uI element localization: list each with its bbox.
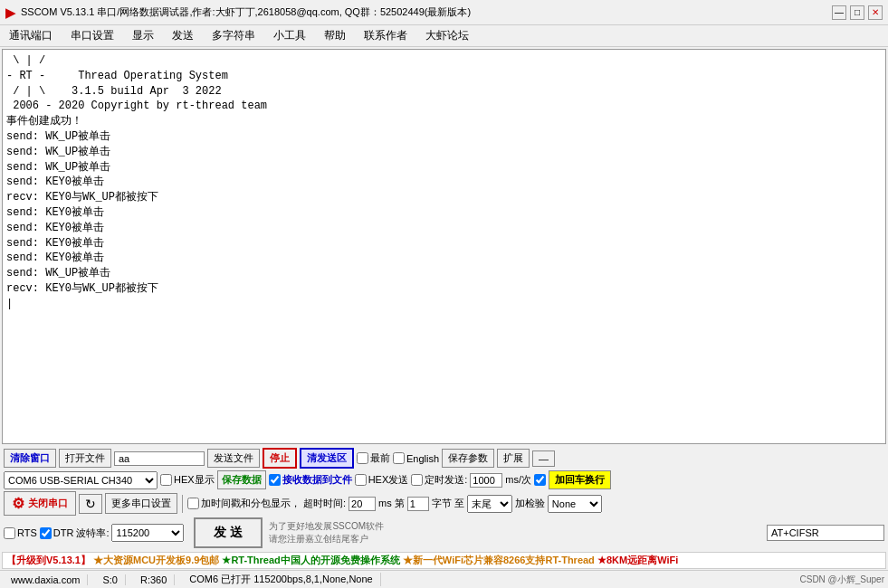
baud-select[interactable]: 115200 9600 19200 38400 57600 <box>111 524 184 542</box>
gear-icon: ⚙ <box>12 495 24 512</box>
refresh-port-button[interactable]: ↻ <box>79 494 102 514</box>
port-select[interactable]: COM6 USB-SERIAL CH340 <box>4 471 158 489</box>
menu-contact[interactable]: 联系作者 <box>358 26 413 45</box>
control-row3: ⚙ 关闭串口 ↻ 更多串口设置 加时间戳和分包显示， 超时时间: ms 第 字节… <box>4 491 884 516</box>
byte-input[interactable] <box>407 497 429 511</box>
ticker-bar: 【升级到V5.13.1】 ★大资源MCU开发板9.9包邮 ★RT-Thread中… <box>2 552 886 569</box>
dtr-checkbox[interactable] <box>40 527 52 539</box>
ticker-content1: ★大资源MCU开发板9.9包邮 <box>93 555 219 565</box>
ticker-content2: ★RT-Thread中国人的开源免费操作系统 <box>222 555 399 565</box>
ticker-upgrade: 【升级到V5.13.1】 <box>6 555 91 565</box>
save-params-button[interactable]: 保存参数 <box>442 449 494 468</box>
send-input[interactable] <box>114 451 205 466</box>
recv-to-file-label: 接收数据到文件 <box>269 473 352 487</box>
terminal-output[interactable]: \ | / - RT - Thread Operating System / |… <box>2 49 886 444</box>
checksum-select[interactable]: None <box>548 495 602 513</box>
dtr-text: DTR <box>53 527 74 538</box>
close-port-button[interactable]: ⚙ 关闭串口 <box>4 491 76 516</box>
add-cr-label <box>534 474 546 486</box>
last-label: 最前 <box>370 451 390 465</box>
english-checkbox-label: English <box>393 452 439 464</box>
send-button[interactable]: 发 送 <box>194 517 263 548</box>
rts-checkbox[interactable] <box>4 527 15 539</box>
last-checkbox[interactable] <box>357 452 368 464</box>
to-end-select[interactable]: 末尾 <box>467 495 512 513</box>
menubar: 通讯端口 串口设置 显示 发送 多字符串 小工具 帮助 联系作者 大虾论坛 <box>0 25 888 47</box>
titlebar: ▶ SSCOM V5.13.1 串口/网络数据调试器,作者:大虾丁丁,26180… <box>0 0 888 25</box>
hex-send-text: HEX发送 <box>368 473 409 487</box>
separator1 <box>182 495 183 513</box>
byte-label: 字节 至 <box>432 497 464 510</box>
minimize-button[interactable]: — <box>832 5 846 20</box>
timed-send-checkbox[interactable] <box>411 474 423 486</box>
bottom-panel: 清除窗口 打开文件 发送文件 停止 清发送区 最前 English 保存参数 扩… <box>0 446 888 552</box>
dtr-label: DTR <box>40 527 74 539</box>
ms-timeout-label: ms 第 <box>378 497 405 510</box>
english-label: English <box>406 453 439 464</box>
timestamp-label: 加时间戳和分包显示， <box>187 497 301 510</box>
rts-label: RTS <box>4 527 37 539</box>
add-cr-button[interactable]: 加回车换行 <box>549 470 611 489</box>
menu-help[interactable]: 帮助 <box>319 26 351 45</box>
save-data-button[interactable]: 保存数据 <box>217 470 266 489</box>
menu-send[interactable]: 发送 <box>167 26 199 45</box>
open-file-button[interactable]: 打开文件 <box>59 449 111 468</box>
hex-send-label: HEX发送 <box>355 473 409 487</box>
english-checkbox[interactable] <box>393 452 405 464</box>
ticker-content3: ★新一代WiFi芯片兼容8266支持RT-Thread <box>403 555 595 565</box>
minus-button[interactable]: — <box>532 450 555 467</box>
recv-to-file-checkbox[interactable] <box>269 474 281 486</box>
timestamp-text: 加时间戳和分包显示， <box>201 497 301 510</box>
last-checkbox-label: 最前 <box>357 451 390 465</box>
control-row4: RTS DTR 波特率: 115200 9600 19200 38400 576… <box>4 517 884 548</box>
timed-send-text: 定时发送: <box>425 473 467 487</box>
more-settings-button[interactable]: 更多串口设置 <box>105 493 177 514</box>
statusbar: www.daxia.com S:0 R:360 COM6 已打开 115200b… <box>0 570 888 588</box>
r-count-status: R:360 <box>133 574 175 585</box>
menu-multi-string[interactable]: 多字符串 <box>206 26 261 45</box>
send-file-button[interactable]: 发送文件 <box>207 449 260 468</box>
close-port-text: 关闭串口 <box>28 497 68 510</box>
watermark: CSDN @小辉_Super <box>799 574 884 586</box>
expand-button[interactable]: 扩展 <box>497 449 530 468</box>
promo-text: 为了更好地发展SSCOM软件 请您注册嘉立创结尾客户 <box>269 520 384 545</box>
timeout-label: 超时时间: <box>303 497 346 510</box>
menu-serial-settings[interactable]: 串口设置 <box>65 26 119 45</box>
clear-window-button[interactable]: 清除窗口 <box>4 449 56 468</box>
checksum-label: 加检验 <box>515 497 545 510</box>
menu-comm-port[interactable]: 通讯端口 <box>4 26 58 45</box>
hex-send-checkbox[interactable] <box>355 474 367 486</box>
titlebar-title: SSCOM V5.13.1 串口/网络数据调试器,作者:大虾丁丁,2618058… <box>21 5 471 19</box>
menu-tools[interactable]: 小工具 <box>268 26 311 45</box>
titlebar-controls: — □ ✕ <box>832 5 883 20</box>
send-area: 发 送 <box>194 517 263 548</box>
close-button[interactable]: ✕ <box>868 5 883 20</box>
promo-line2: 请您注册嘉立创结尾客户 <box>269 533 384 545</box>
website-status: www.daxia.com <box>4 574 88 585</box>
menu-forum[interactable]: 大虾论坛 <box>420 26 474 45</box>
hex-display-label: HEX显示 <box>160 473 215 487</box>
timed-send-label: 定时发送: <box>411 473 467 487</box>
ticker-content4: ★8KM远距离WiFi <box>597 555 678 565</box>
add-cr-checkbox[interactable] <box>534 474 546 486</box>
port-info-status: COM6 已打开 115200bps,8,1,None,None <box>182 573 380 586</box>
at-command-input[interactable] <box>767 525 884 541</box>
main-panel: \ | / - RT - Thread Operating System / |… <box>0 47 888 570</box>
control-row1: 清除窗口 打开文件 发送文件 停止 清发送区 最前 English 保存参数 扩… <box>4 448 884 469</box>
maximize-button[interactable]: □ <box>850 5 864 20</box>
s-count-status: S:0 <box>95 574 126 585</box>
hex-display-checkbox[interactable] <box>160 474 172 486</box>
menu-display[interactable]: 显示 <box>127 26 159 45</box>
timestamp-checkbox[interactable] <box>187 498 199 509</box>
stop-button[interactable]: 停止 <box>263 448 297 469</box>
clear-send-button[interactable]: 清发送区 <box>300 448 354 469</box>
hex-display-text: HEX显示 <box>174 473 215 487</box>
timeout-input[interactable] <box>349 497 376 511</box>
ms-unit-label: ms/次 <box>505 473 531 487</box>
interval-input[interactable] <box>470 473 502 488</box>
recv-to-file-text: 接收数据到文件 <box>282 473 352 487</box>
titlebar-left: ▶ SSCOM V5.13.1 串口/网络数据调试器,作者:大虾丁丁,26180… <box>5 5 471 20</box>
rts-text: RTS <box>17 527 37 538</box>
control-row2: COM6 USB-SERIAL CH340 HEX显示 保存数据 接收数据到文件… <box>4 470 884 489</box>
promo-line1: 为了更好地发展SSCOM软件 <box>269 520 384 533</box>
